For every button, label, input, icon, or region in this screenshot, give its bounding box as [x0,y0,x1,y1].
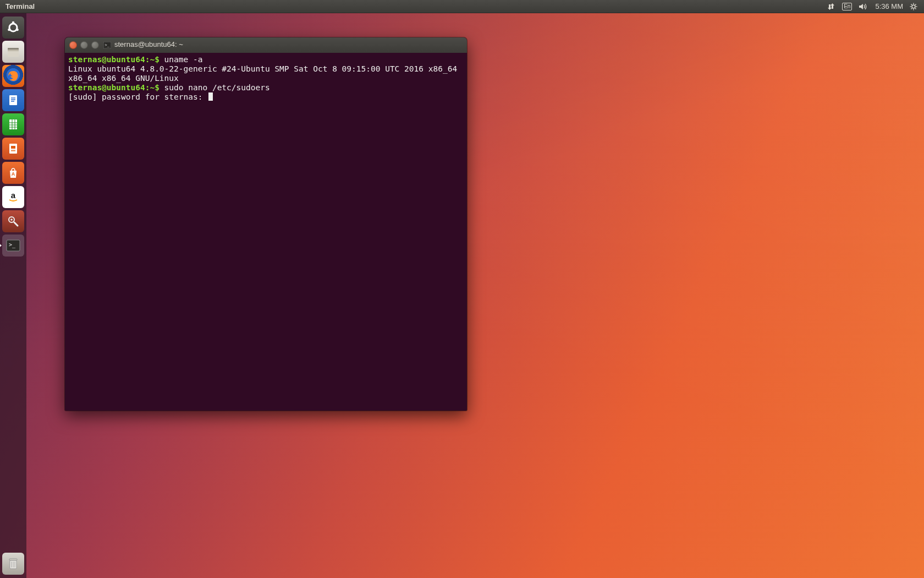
top-panel: Terminal En 5:36 MM [0,0,924,13]
network-updown-icon [827,3,835,10]
window-title: >_ sternas@ubuntu64: ~ [103,40,183,50]
active-app-title: Terminal [6,2,35,10]
launcher-writer[interactable] [2,89,24,111]
prompt-1: sternas@ubuntu64:~$ [68,55,160,64]
file-manager-icon [6,45,20,59]
svg-point-12 [16,29,19,31]
svg-point-33 [10,219,13,221]
language-indicator[interactable]: En [839,0,855,13]
launcher-software[interactable]: A [2,162,24,184]
document-icon [7,94,20,107]
terminal-body[interactable]: sternas@ubuntu64:~$ uname -a Linux ubunt… [65,53,467,411]
command-1: uname -a [164,55,203,64]
svg-point-0 [912,5,915,8]
svg-text:>_: >_ [105,43,110,47]
window-close-button[interactable] [69,41,77,49]
network-indicator[interactable] [823,0,839,13]
terminal-window[interactable]: >_ sternas@ubuntu64: ~ sternas@ubuntu64:… [65,37,467,411]
command-2: sudo nano /etc/sudoers [164,83,270,92]
svg-rect-29 [11,150,15,151]
svg-rect-37 [9,559,17,560]
svg-rect-21 [9,119,17,129]
cursor-icon [208,92,213,101]
trash-icon [7,557,20,571]
svg-point-10 [12,21,15,24]
running-pip-icon [0,243,2,248]
ubuntu-logo-icon [6,20,20,35]
sound-indicator[interactable] [855,0,872,13]
window-title-text: sternas@ubuntu64: ~ [114,40,183,48]
launcher-files[interactable] [2,41,24,63]
launcher-dash[interactable] [2,17,24,39]
firefox-icon [6,68,21,84]
terminal-titlebar[interactable]: >_ sternas@ubuntu64: ~ [65,37,467,53]
svg-rect-28 [11,146,15,149]
launcher: A a >_ [0,13,26,578]
svg-point-9 [9,24,17,31]
prompt-2: sternas@ubuntu64:~$ [68,83,160,92]
svg-point-11 [8,29,10,31]
window-minimize-button[interactable] [80,41,88,49]
terminal-titlebar-icon: >_ [103,42,111,50]
launcher-amazon[interactable]: a [2,186,24,208]
presentation-icon [7,142,20,155]
svg-text:A: A [12,171,15,177]
launcher-calc[interactable] [2,113,24,135]
language-label: En [842,3,852,10]
speaker-icon [859,3,868,10]
window-maximize-button[interactable] [91,41,99,49]
svg-text:a: a [11,190,16,200]
launcher-trash[interactable] [2,553,24,575]
launcher-impress[interactable] [2,138,24,160]
svg-line-6 [915,8,916,9]
output-1: Linux ubuntu64 4.8.0-22-generic #24-Ubun… [68,64,462,83]
sudo-prompt: [sudo] password for sternas: [68,92,207,101]
svg-rect-17 [9,95,17,105]
session-indicator[interactable] [906,0,921,13]
terminal-icon: >_ [6,239,20,252]
launcher-firefox[interactable] [2,65,24,87]
amazon-icon: a [6,190,20,204]
svg-line-8 [911,8,912,9]
svg-line-5 [911,4,912,4]
svg-rect-15 [8,50,19,51]
gear-icon [910,3,917,10]
launcher-settings[interactable] [2,210,24,232]
shopping-bag-icon: A [7,166,20,179]
gear-wrench-icon [7,215,20,228]
window-buttons [69,41,99,49]
clock[interactable]: 5:36 MM [872,0,906,13]
launcher-terminal[interactable]: >_ [2,235,24,257]
svg-line-7 [915,4,916,4]
svg-text:>_: >_ [9,242,16,248]
spreadsheet-icon [7,118,20,131]
